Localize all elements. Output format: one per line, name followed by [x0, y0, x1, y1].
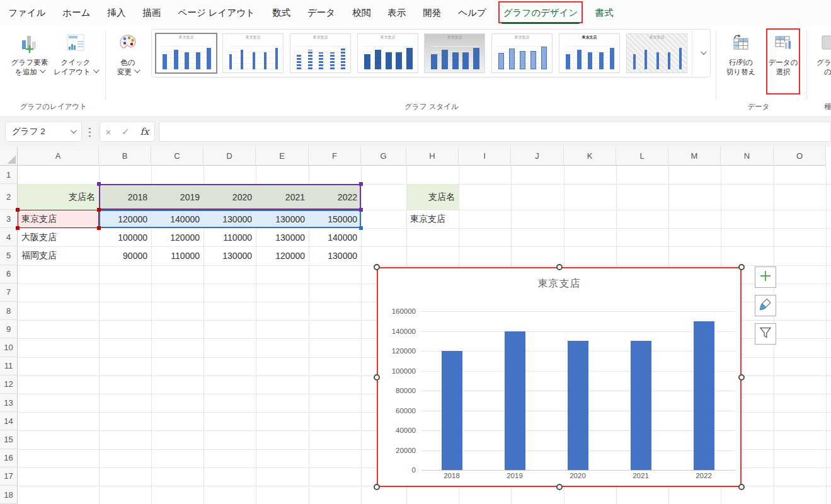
bar[interactable] [631, 341, 651, 470]
grid-cell[interactable]: 2020 [203, 184, 256, 210]
column-header[interactable]: I [459, 147, 511, 166]
menu-tab[interactable]: データ [307, 7, 335, 19]
grid-cell[interactable]: 100000 [99, 228, 151, 246]
formula-bar-resize-handle[interactable] [89, 127, 91, 137]
chart-style-thumbnail[interactable]: 東京支店 [559, 33, 620, 73]
change-colors-button[interactable]: 色の 変更 [109, 30, 147, 77]
column-header[interactable]: A [18, 147, 99, 166]
menu-tab[interactable]: 数式 [272, 7, 290, 19]
row-header[interactable]: 8 [0, 302, 18, 320]
chart-elements-button[interactable] [755, 266, 776, 288]
chart-resize-handle[interactable] [374, 374, 380, 381]
chart-resize-handle[interactable] [556, 264, 563, 270]
row-header[interactable]: 16 [0, 449, 18, 467]
row-header[interactable]: 11 [0, 357, 18, 375]
chart-resize-handle[interactable] [374, 264, 380, 270]
column-header[interactable]: B [99, 147, 151, 166]
grid-cell[interactable]: 130000 [203, 246, 256, 265]
row-header[interactable]: 12 [0, 375, 18, 394]
row-header[interactable]: 4 [0, 228, 18, 246]
column-header[interactable]: L [616, 147, 668, 166]
menu-tab[interactable]: ヘルプ [458, 7, 486, 19]
column-header[interactable]: O [774, 147, 826, 166]
column-header[interactable]: N [721, 147, 774, 166]
chart-resize-handle[interactable] [556, 484, 563, 490]
grid-cell[interactable]: 東京支店 [18, 210, 99, 228]
grid-cell[interactable]: 120000 [256, 246, 309, 265]
row-header[interactable]: 2 [0, 184, 18, 210]
chart-style-thumbnail[interactable]: 東京支店 [290, 33, 351, 73]
chart-style-thumbnail[interactable]: 東京支店 [357, 33, 418, 73]
cancel-button[interactable]: × [105, 127, 111, 137]
row-header[interactable]: 7 [0, 284, 18, 302]
selection-handle[interactable] [359, 182, 363, 186]
select-all-corner[interactable] [0, 147, 18, 166]
menu-tab[interactable]: 描画 [143, 7, 161, 19]
name-box[interactable]: グラフ 2 [5, 122, 82, 142]
menu-tab[interactable]: 校閲 [352, 7, 370, 19]
selection-handle[interactable] [97, 208, 101, 212]
formula-input[interactable] [159, 122, 831, 142]
chart-resize-handle[interactable] [738, 264, 745, 270]
selection-handle[interactable] [16, 208, 20, 212]
selection-handle[interactable] [97, 182, 101, 186]
enter-button[interactable]: ✓ [122, 126, 130, 137]
column-header[interactable]: J [511, 147, 564, 166]
grid-cell[interactable]: 2019 [151, 184, 203, 210]
menu-tab[interactable]: 開発 [423, 7, 441, 19]
column-header[interactable]: K [564, 147, 616, 166]
grid-cell[interactable]: 110000 [151, 246, 203, 265]
column-header[interactable]: F [309, 147, 361, 166]
row-header[interactable]: 17 [0, 467, 18, 486]
row-header[interactable]: 13 [0, 394, 18, 412]
column-header[interactable]: E [256, 147, 309, 166]
grid-cell[interactable]: 福岡支店 [18, 246, 99, 265]
chart-resize-handle[interactable] [738, 374, 745, 381]
row-header[interactable]: 18 [0, 486, 18, 504]
menu-tab[interactable]: 表示 [387, 7, 406, 19]
column-header[interactable]: G [361, 147, 406, 166]
chart-style-thumbnail[interactable]: 東京支店 [491, 33, 553, 73]
column-header[interactable]: M [668, 147, 721, 166]
chart-title[interactable]: 東京支店 [378, 277, 740, 290]
chart-filters-button[interactable] [755, 323, 776, 345]
menu-tab[interactable]: 書式 [595, 7, 613, 19]
embedded-chart[interactable]: 東京支店 02000040000600008000010000012000014… [377, 267, 742, 487]
chart-style-thumbnail[interactable]: 東京支店 [424, 33, 485, 73]
chart-resize-handle[interactable] [374, 484, 380, 490]
select-data-button[interactable]: データの 選択 [765, 30, 801, 77]
row-header[interactable]: 15 [0, 430, 18, 449]
grid-cell[interactable]: 140000 [309, 228, 361, 246]
column-header[interactable]: H [406, 147, 459, 166]
grid-cell[interactable]: 120000 [151, 228, 203, 246]
chart-style-thumbnail[interactable]: 東京支店 [222, 33, 284, 73]
grid-cell[interactable]: 130000 [309, 246, 361, 265]
chart-styles-button[interactable] [755, 295, 776, 316]
grid-cell[interactable]: 120000 [99, 210, 151, 228]
chart-style-thumbnail[interactable]: 東京支店 [626, 33, 687, 73]
grid-cell[interactable]: 大阪支店 [18, 228, 99, 246]
grid-cell[interactable]: 130000 [256, 210, 309, 228]
row-header[interactable]: 10 [0, 338, 18, 357]
grid-cell[interactable]: 支店名 [406, 184, 459, 210]
selection-handle[interactable] [359, 226, 363, 230]
bar[interactable] [568, 341, 588, 470]
gallery-more-button[interactable] [692, 30, 710, 77]
chart-resize-handle[interactable] [738, 484, 745, 490]
bar[interactable] [505, 331, 525, 471]
column-header[interactable]: D [203, 147, 256, 166]
bar[interactable] [694, 321, 714, 470]
menu-tab[interactable]: 挿入 [108, 7, 126, 19]
row-header[interactable]: 6 [0, 265, 18, 284]
column-header[interactable]: C [151, 147, 203, 166]
row-header[interactable]: 14 [0, 412, 18, 430]
grid-cell[interactable]: 支店名 [18, 184, 99, 210]
chart-style-thumbnail[interactable]: 東京支店 [156, 33, 217, 73]
selection-handle[interactable] [97, 226, 101, 230]
grid-cell[interactable]: 130000 [256, 228, 309, 246]
row-header[interactable]: 5 [0, 246, 18, 265]
menu-tab[interactable]: ファイル [8, 7, 45, 19]
change-chart-type-button[interactable]: グラフ の [810, 30, 831, 77]
switch-row-column-button[interactable]: 行/列の 切り替え [719, 30, 762, 77]
row-header[interactable]: 1 [0, 166, 18, 184]
